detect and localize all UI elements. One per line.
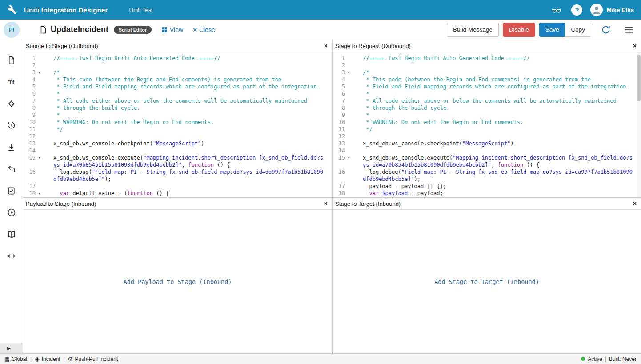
docs-icon[interactable] — [7, 229, 16, 239]
table-item[interactable]: ◉ Incident — [35, 356, 60, 362]
panel-close-icon[interactable]: × — [324, 43, 328, 49]
build-message-button[interactable]: Build Message — [447, 23, 499, 37]
line-number: 17 — [333, 183, 345, 190]
document-icon — [39, 25, 47, 34]
panel-title: Stage to Target (Inbound) — [335, 200, 401, 207]
text-format-icon[interactable]: Tt — [7, 77, 16, 87]
app-window: Unifi Integration Designer Unifi Test ? … — [0, 0, 641, 364]
spectacles-icon[interactable] — [550, 4, 563, 15]
panel-close-icon[interactable]: × — [324, 200, 328, 207]
download-icon[interactable] — [7, 142, 16, 152]
undo-icon[interactable] — [7, 164, 16, 174]
code-text: log.debug("Field map: PI - String [x_snd… — [363, 168, 635, 183]
wrench-icon[interactable] — [7, 4, 18, 15]
code-line: 11 */ — [333, 126, 641, 133]
code-line: 14 — [333, 147, 641, 154]
user-menu[interactable]: Mike Ellis — [590, 4, 634, 16]
line-number: 9 — [333, 112, 345, 119]
panel-header: Payload to Stage (Inbound) × — [23, 198, 332, 210]
code-text — [363, 62, 635, 69]
fold-spacer — [345, 190, 353, 197]
fold-toggle-icon[interactable]: ▾ — [36, 154, 43, 168]
topbar: Unifi Integration Designer Unifi Test ? … — [0, 0, 641, 20]
build-status: Active | Built: Never — [581, 356, 637, 362]
sidebar-collapse-toggle[interactable]: ▶ — [0, 343, 23, 353]
add-payload-to-stage-link[interactable]: Add Payload to Stage (Inbound) — [124, 278, 232, 285]
line-number: 13 — [333, 140, 345, 147]
file-icon[interactable] — [7, 55, 16, 65]
line-number: 13 — [23, 140, 36, 147]
panel-close-icon[interactable]: × — [633, 43, 637, 49]
refresh-icon[interactable] — [600, 24, 612, 36]
hamburger-menu-icon[interactable] — [623, 24, 635, 36]
integration-avatar[interactable]: PI — [4, 22, 20, 38]
code-line: 12 — [23, 133, 332, 140]
close-button[interactable]: × Close — [193, 26, 215, 33]
save-button[interactable]: Save — [539, 23, 565, 37]
panel-title: Stage to Request (Outbound) — [335, 43, 411, 49]
code-line: 16 log.debug("Field map: PI - String [x_… — [333, 168, 641, 183]
code-line: 6 * — [333, 90, 641, 97]
empty-script-area: Add Payload to Stage (Inbound) — [23, 210, 332, 353]
fold-toggle-icon[interactable]: ▾ — [345, 154, 353, 168]
line-number: 8 — [333, 104, 345, 112]
help-icon[interactable]: ? — [571, 4, 582, 16]
panel-close-icon[interactable]: × — [633, 200, 637, 207]
line-number: 2 — [333, 62, 345, 69]
code-line: 13x_snd_eb.ws_console.checkpoint("Messag… — [23, 140, 332, 147]
status-label: Active — [588, 356, 602, 362]
code-text: var $payload = payload; — [363, 190, 635, 197]
code-text: * — [53, 90, 326, 97]
fold-spacer — [36, 183, 43, 190]
code-line: 17 payload = payload || {}; — [333, 183, 641, 190]
copy-button[interactable]: Copy — [565, 23, 591, 37]
code-text — [53, 183, 326, 190]
panel-header: Source to Stage (Outbound) × — [23, 40, 332, 52]
built-label: Built: Never — [609, 356, 637, 362]
fold-spacer — [345, 168, 353, 183]
statusbar: ▦ Global | ◉ Incident | ⚙ Push-Pull Inci… — [0, 353, 641, 364]
panel-source-to-stage: Source to Stage (Outbound) × 1//===== [w… — [23, 40, 332, 197]
status-dot-icon — [581, 357, 585, 361]
line-number: 7 — [333, 97, 345, 104]
integration-item[interactable]: ⚙ Push-Pull Incident — [68, 356, 118, 362]
scrollbar-track[interactable] — [637, 52, 641, 197]
integration-label: Push-Pull Incident — [75, 356, 118, 362]
line-number: 4 — [23, 76, 36, 83]
code-text: payload = payload || {}; — [363, 183, 635, 190]
fold-toggle-icon[interactable]: ▾ — [36, 190, 43, 197]
code-editor-stage-to-request[interactable]: 1//===== [ws] Begin Unifi Auto Generated… — [333, 52, 641, 197]
history-icon[interactable] — [7, 120, 16, 130]
disable-button[interactable]: Disable — [503, 23, 535, 37]
run-icon[interactable] — [7, 208, 16, 217]
code-line: 11 */ — [23, 126, 332, 133]
line-number: 3 — [333, 69, 345, 76]
line-number: 16 — [333, 168, 345, 183]
scrollbar-thumb[interactable] — [637, 55, 641, 101]
scope-item[interactable]: ▦ Global — [4, 356, 27, 362]
fold-spacer — [345, 62, 353, 69]
tasks-icon[interactable] — [7, 186, 16, 196]
fold-toggle-icon[interactable]: ▾ — [36, 69, 43, 76]
line-number: 11 — [23, 126, 36, 133]
fold-spacer — [345, 83, 353, 90]
fold-spacer — [345, 147, 353, 154]
fold-spacer — [345, 90, 353, 97]
code-icon[interactable] — [7, 251, 16, 261]
code-editor-source-to-stage[interactable]: 1//===== [ws] Begin Unifi Auto Generated… — [23, 52, 332, 197]
fold-toggle-icon[interactable]: ▾ — [345, 69, 353, 76]
add-stage-to-target-link[interactable]: Add Stage to Target (Inbound) — [434, 278, 539, 285]
code-line: 9 * — [333, 112, 641, 119]
code-line: 6 * — [23, 90, 332, 97]
gear-icon: ⚙ — [68, 356, 73, 362]
code-text: x_snd_eb.ws_console.execute("Mapping inc… — [363, 154, 635, 168]
view-button[interactable]: View — [161, 26, 183, 33]
fold-spacer — [36, 97, 43, 104]
line-number: 16 — [23, 168, 36, 183]
code-line: 2 — [23, 62, 332, 69]
separator: | — [605, 356, 606, 362]
field-map-icon[interactable] — [7, 99, 16, 108]
code-line: 15▾x_snd_eb.ws_console.execute("Mapping … — [333, 154, 641, 168]
table-label: Incident — [42, 356, 60, 362]
code-line: 14 — [23, 147, 332, 154]
